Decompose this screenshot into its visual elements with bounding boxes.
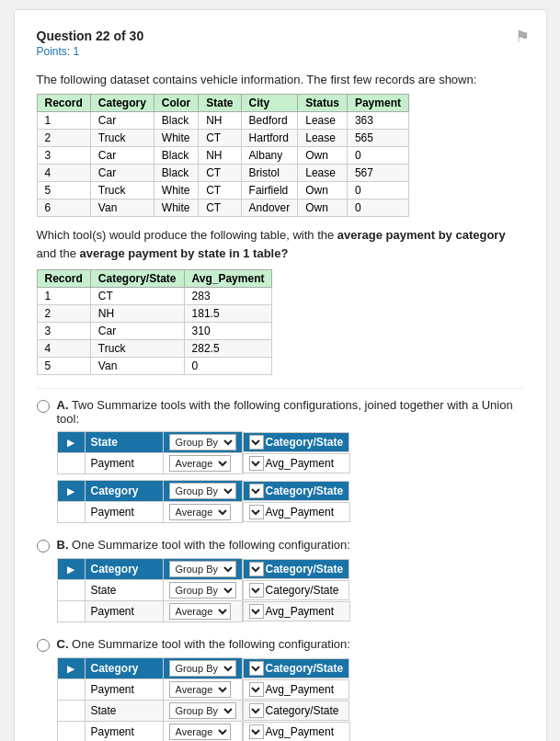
config-table-B-0: ▶CategoryGroup By∨ Category/StateStateGr…: [57, 558, 452, 622]
radio-option-A[interactable]: [37, 400, 50, 413]
list-item: ▶CategoryGroup By∨ Category/State: [57, 559, 451, 580]
option-A: A. Two Summarize tools with the followin…: [37, 398, 524, 523]
output-select[interactable]: ∨: [249, 505, 264, 519]
result-row: 5Van0: [37, 358, 272, 375]
intro-text: The following dataset contains vehicle i…: [37, 73, 524, 86]
empty-arrow-cell: [57, 601, 85, 622]
config-table-C-0: ▶CategoryGroup By∨ Category/StatePayment…: [57, 657, 452, 741]
list-item: ▶StateGroup By∨ Category/State: [57, 432, 451, 453]
radio-option-B[interactable]: [37, 540, 50, 553]
function-select[interactable]: Average: [169, 603, 231, 620]
function-select[interactable]: Average: [169, 724, 231, 740]
arrow-icon: ▶: [57, 432, 85, 453]
config-table-A-1: ▶CategoryGroup By∨ Category/StatePayment…: [57, 480, 452, 523]
result-table: RecordCategory/StateAvg_Payment 1CT2832N…: [37, 269, 273, 375]
function-select[interactable]: Group By: [169, 582, 236, 598]
empty-arrow-cell: [57, 679, 85, 701]
function-select[interactable]: Group By: [169, 434, 236, 450]
function-select[interactable]: Average: [169, 681, 231, 698]
output-select[interactable]: ∨: [249, 583, 264, 598]
list-item: PaymentAverage∨ Avg_Payment: [57, 601, 451, 622]
arrow-icon: ▶: [57, 658, 85, 679]
output-select[interactable]: ∨: [249, 562, 264, 576]
function-select[interactable]: Group By: [169, 483, 236, 499]
function-select[interactable]: Group By: [169, 702, 236, 719]
output-select[interactable]: ∨: [249, 724, 264, 739]
function-select[interactable]: Average: [169, 504, 231, 520]
table-row: 2TruckWhiteCTHartfordLease565: [37, 130, 408, 147]
table-row: 5TruckWhiteCTFairfieldOwn0: [37, 182, 408, 200]
output-select[interactable]: ∨: [249, 484, 264, 498]
options-container: A. Two Summarize tools with the followin…: [37, 398, 524, 741]
list-item: PaymentAverage∨ Avg_Payment: [57, 502, 451, 523]
option-C: C. One Summarize tool with the following…: [37, 637, 524, 741]
table-row: 3CarBlackNHAlbanyOwn0: [37, 147, 408, 165]
list-item: StateGroup By∨ Category/State: [57, 701, 451, 722]
table-row: 4CarBlackCTBristolLease567: [37, 165, 408, 182]
result-row: 4Truck282.5: [37, 340, 272, 358]
result-row: 1CT283: [37, 288, 272, 305]
output-select[interactable]: ∨: [249, 661, 264, 676]
empty-arrow-cell: [57, 453, 85, 474]
table-row: 1CarBlackNHBedfordLease363: [37, 112, 408, 130]
arrow-icon: ▶: [57, 481, 85, 502]
list-item: PaymentAverage∨ Avg_Payment: [57, 679, 451, 701]
bookmark-icon[interactable]: ⚑: [515, 27, 530, 47]
question-card: ⚑ Question 22 of 30 Points: 1 The follow…: [14, 9, 547, 741]
list-item: PaymentAverage∨ Avg_Payment: [57, 722, 451, 742]
list-item: PaymentAverage∨ Avg_Payment: [57, 453, 451, 474]
radio-option-C[interactable]: [37, 639, 50, 652]
output-select[interactable]: ∨: [249, 682, 264, 697]
list-item: ▶CategoryGroup By∨ Category/State: [57, 481, 451, 502]
result-row: 2NH181.5: [37, 305, 272, 323]
result-row: 3Car310: [37, 323, 272, 340]
function-select[interactable]: Group By: [169, 561, 236, 577]
output-select[interactable]: ∨: [249, 703, 264, 718]
empty-arrow-cell: [57, 502, 85, 523]
empty-arrow-cell: [57, 722, 85, 742]
points-label: Points: 1: [37, 45, 524, 58]
output-select[interactable]: ∨: [249, 604, 264, 619]
list-item: ▶CategoryGroup By∨ Category/State: [57, 658, 451, 679]
empty-arrow-cell: [57, 580, 85, 601]
list-item: StateGroup By∨ Category/State: [57, 580, 451, 601]
output-select[interactable]: ∨: [249, 435, 264, 450]
function-select[interactable]: Group By: [169, 660, 236, 677]
dataset-table: RecordCategoryColorStateCityStatusPaymen…: [37, 94, 409, 217]
option-B: B. One Summarize tool with the following…: [37, 538, 524, 622]
question-text: Which tool(s) would produce the followin…: [37, 226, 524, 262]
table-row: 6VanWhiteCTAndoverOwn0: [37, 200, 408, 217]
function-select[interactable]: Average: [169, 455, 231, 472]
arrow-icon: ▶: [57, 559, 85, 580]
question-title: Question 22 of 30: [37, 28, 524, 43]
output-select[interactable]: ∨: [249, 456, 264, 471]
empty-arrow-cell: [57, 701, 85, 722]
config-table-A-0: ▶StateGroup By∨ Category/StatePaymentAve…: [57, 431, 452, 474]
